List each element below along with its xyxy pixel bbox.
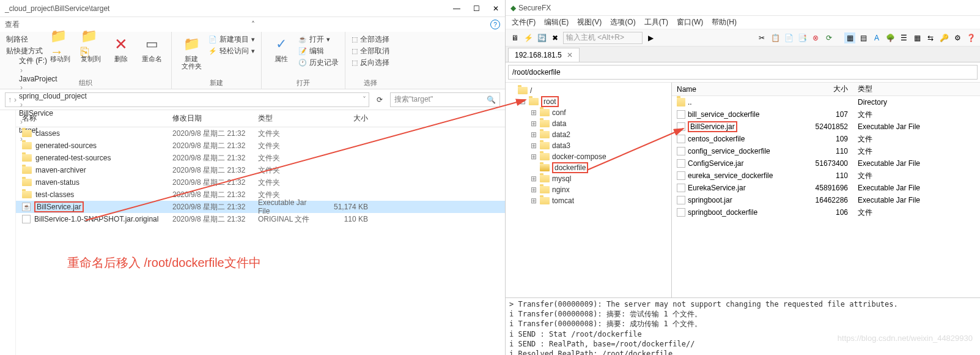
maximize-icon[interactable]: ☐ xyxy=(472,4,481,13)
select-all-button[interactable]: ⬚ 全部选择 xyxy=(352,34,389,45)
sfx-log[interactable]: > Transfer(00000009): The server may not… xyxy=(506,297,980,355)
paste-icon[interactable]: 📄 xyxy=(783,32,794,43)
breadcrumb-item[interactable]: 文件 (F:) xyxy=(19,56,87,66)
breadcrumb[interactable]: ↑ › 文件 (F:)›JavaProject›spring_cloud_pro… xyxy=(5,92,369,107)
minimize-icon[interactable]: — xyxy=(452,4,461,13)
sfx-file-row[interactable]: eureka_service_dockerfile110文件 xyxy=(672,170,980,182)
go-icon[interactable]: ▶ xyxy=(645,32,656,43)
sfx-file-row[interactable]: ConfigService.jar51673400Executable Jar … xyxy=(672,157,980,170)
paste-shortcut-label[interactable]: 贴快捷方式 xyxy=(6,46,43,56)
menu-item[interactable]: 文件(F) xyxy=(512,17,536,28)
sfx-file-row[interactable]: centos_dockerfile109文件 xyxy=(672,133,980,145)
tree-node[interactable]: ⊞tomcat xyxy=(508,195,669,206)
col-name[interactable]: 名称 xyxy=(16,113,166,124)
search-input[interactable]: 搜索"target" 🔍 xyxy=(390,92,500,107)
list-icon[interactable]: ☰ xyxy=(898,32,909,43)
refresh-icon[interactable]: ⟳ xyxy=(374,95,385,104)
rename-button[interactable]: ▭ 重命名 xyxy=(138,34,165,62)
sfx-file-row[interactable]: EurekaService.jar45891696Executable Jar … xyxy=(672,182,980,194)
tab-close-icon[interactable]: ✕ xyxy=(567,51,573,59)
sfx-col-name[interactable]: Name xyxy=(672,85,812,94)
file-row[interactable]: maven-archiver2020/9/8 星期二 21:32文件夹 xyxy=(16,164,505,176)
expand-icon[interactable]: ⊞ xyxy=(530,108,537,117)
menu-item[interactable]: 编辑(E) xyxy=(544,17,569,28)
close-icon[interactable]: ✕ xyxy=(492,4,500,13)
expand-icon[interactable]: ⊞ xyxy=(530,174,537,183)
tree-node[interactable]: / xyxy=(508,85,669,96)
expand-icon[interactable]: ⊞ xyxy=(530,130,537,139)
expand-icon[interactable]: ⊞ xyxy=(530,185,537,194)
host-input[interactable]: 输入主机 <Alt+R> xyxy=(563,32,643,44)
quick-connect-icon[interactable]: ⚡ xyxy=(523,32,534,43)
select-none-button[interactable]: ⬚ 全部取消 xyxy=(352,46,389,56)
settings-icon[interactable]: ⚙ xyxy=(952,32,963,43)
edit-button[interactable]: 📝 编辑 xyxy=(298,46,339,56)
sfx-file-row[interactable]: bill_service_dockerfile107文件 xyxy=(672,108,980,121)
col-type[interactable]: 类型 xyxy=(252,113,325,124)
breadcrumb-item[interactable]: spring_cloud_project xyxy=(19,92,87,100)
sync-icon[interactable]: ⇆ xyxy=(925,32,936,43)
tree-node[interactable]: ⊞data3 xyxy=(508,140,669,151)
file-row[interactable]: BillService-1.0-SNAPSHOT.jar.original202… xyxy=(16,213,505,225)
tree-node[interactable]: ⊞conf xyxy=(508,107,669,118)
menu-item[interactable]: 帮助(H) xyxy=(712,17,737,28)
tree-node[interactable]: ⊟root xyxy=(508,96,669,107)
sfx-col-size[interactable]: 大小 xyxy=(812,84,853,94)
delete-icon[interactable]: ⊗ xyxy=(810,32,821,43)
collapse-ribbon-icon[interactable]: ˄ xyxy=(251,20,255,29)
file-row[interactable]: ☕BillService.jar2020/9/8 星期二 21:32Execut… xyxy=(16,201,505,213)
file-row[interactable]: generated-test-sources2020/9/8 星期二 21:32… xyxy=(16,152,505,164)
sfx-path-input[interactable]: /root/dockerfile xyxy=(508,65,978,80)
sfx-file-row[interactable]: config_service_dockerfile110文件 xyxy=(672,145,980,157)
sfx-file-row[interactable]: BillService.jar52401852Executable Jar Fi… xyxy=(672,121,980,133)
disconnect-icon[interactable]: ✖ xyxy=(550,32,561,43)
detail-icon[interactable]: ▦ xyxy=(912,32,923,43)
easy-access-button[interactable]: ⚡ 轻松访问 ▾ xyxy=(208,46,255,56)
view3-icon[interactable]: A xyxy=(871,32,882,43)
sfx-col-type[interactable]: 类型 xyxy=(853,84,980,94)
breadcrumb-item[interactable]: JavaProject xyxy=(19,75,87,83)
file-row[interactable]: maven-status2020/9/8 星期二 21:32文件夹 xyxy=(16,176,505,189)
view-tab[interactable]: 查看 xyxy=(5,20,20,30)
select-invert-button[interactable]: ⬚ 反向选择 xyxy=(352,58,389,68)
col-size[interactable]: 大小 xyxy=(325,113,374,124)
sfx-tab[interactable]: 192.168.181.5 ✕ xyxy=(508,48,580,62)
expand-icon[interactable]: ⊟ xyxy=(519,97,526,106)
col-date[interactable]: 修改日期 xyxy=(166,113,252,124)
menu-item[interactable]: 工具(T) xyxy=(644,17,668,28)
properties-button[interactable]: ✓ 属性 xyxy=(268,34,295,62)
tree-node[interactable]: ⊞nginx xyxy=(508,184,669,195)
expand-icon[interactable]: ⊞ xyxy=(530,196,537,205)
tree-icon[interactable]: 🌳 xyxy=(885,32,896,43)
refresh-icon[interactable]: ⟳ xyxy=(823,32,834,43)
tree-node[interactable]: ⊞mysql xyxy=(508,173,669,184)
copy-path-label[interactable]: 制路径 xyxy=(6,34,43,45)
file-row[interactable]: generated-sources2020/9/8 星期二 21:32文件夹 xyxy=(16,140,505,152)
sfx-file-row[interactable]: ..Directory xyxy=(672,96,980,108)
tree-node[interactable]: dockerfile xyxy=(508,162,669,173)
view1-icon[interactable]: ▦ xyxy=(844,32,855,43)
file-row[interactable]: classes2020/9/8 星期二 21:32文件夹 xyxy=(16,127,505,140)
view2-icon[interactable]: ▤ xyxy=(858,32,869,43)
connect-icon[interactable]: 🖥 xyxy=(509,32,520,43)
tree-node[interactable]: ⊞data2 xyxy=(508,129,669,140)
expand-icon[interactable]: ⊞ xyxy=(530,152,537,161)
expand-icon[interactable]: ⊞ xyxy=(530,141,537,150)
sfx-tree[interactable]: /⊟root⊞conf⊞data⊞data2⊞data3⊞docker-comp… xyxy=(506,83,672,297)
tree-node[interactable]: ⊞docker-compose xyxy=(508,151,669,162)
new-folder-button[interactable]: 📁 新建 文件夹 xyxy=(178,34,205,70)
menu-item[interactable]: 视图(V) xyxy=(577,17,602,28)
column-headers[interactable]: 名称 修改日期 类型 大小 xyxy=(16,110,505,127)
tree-node[interactable]: ⊞data xyxy=(508,118,669,129)
expand-icon[interactable]: ⊞ xyxy=(530,119,537,128)
copy-icon[interactable]: 📋 xyxy=(770,32,781,43)
sfx-column-headers[interactable]: Name 大小 类型 xyxy=(672,83,980,96)
open-button[interactable]: ☕ 打开 ▾ xyxy=(298,34,339,45)
sfx-file-row[interactable]: springboot.jar16462286Executable Jar Fil… xyxy=(672,194,980,206)
help-icon[interactable]: ❓ xyxy=(965,32,976,43)
key-icon[interactable]: 🔑 xyxy=(938,32,949,43)
properties-icon[interactable]: 📑 xyxy=(797,32,808,43)
menu-item[interactable]: 选项(O) xyxy=(610,17,635,28)
delete-button[interactable]: ✕ 删除 xyxy=(108,34,134,62)
sfx-file-row[interactable]: springboot_dockerfile106文件 xyxy=(672,206,980,219)
